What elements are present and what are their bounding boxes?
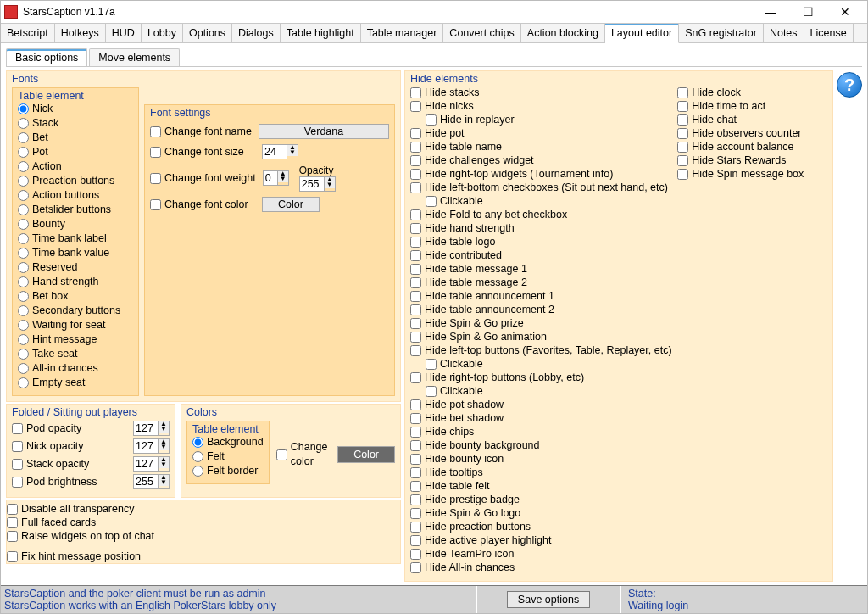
change-font-size-check[interactable]: Change font size <box>150 145 255 159</box>
hide-check-clickable[interactable]: Clickable <box>426 357 672 371</box>
hide-check-hide-all-in-chances[interactable]: Hide All-in chances <box>410 561 672 574</box>
hide-check-hide-tooltips[interactable]: Hide tooltips <box>410 466 672 479</box>
hide-check-hide-chips[interactable]: Hide chips <box>410 425 672 438</box>
hide-check-hide-table-message-1[interactable]: Hide table message 1 <box>410 262 672 276</box>
font-size-spin[interactable]: ▲▼ <box>262 144 298 159</box>
nick-opacity-check[interactable]: Nick opacity <box>12 440 83 452</box>
main-tab-table-manager[interactable]: Table manager <box>361 24 444 42</box>
hide-check-hide-spin-message-box[interactable]: Hide Spin message box <box>677 167 827 181</box>
main-tab-hud[interactable]: HUD <box>106 24 142 42</box>
hide-check-hide-table-felt[interactable]: Hide table felt <box>410 479 672 493</box>
change-font-color-check[interactable]: Change font color <box>150 198 255 212</box>
main-tab-lobby[interactable]: Lobby <box>142 24 183 42</box>
hide-check-hide-spin-go-animation[interactable]: Hide Spin & Go animation <box>410 330 672 343</box>
table-element-radio-action[interactable]: Action <box>18 159 133 174</box>
hide-check-hide-table-name[interactable]: Hide table name <box>410 140 672 154</box>
color-element-radio-felt[interactable]: Felt <box>192 449 264 464</box>
main-tab-license[interactable]: License <box>804 24 854 42</box>
close-button[interactable]: ✕ <box>826 1 864 23</box>
hide-check-hide-preaction-buttons[interactable]: Hide preaction buttons <box>410 520 672 533</box>
nick-opacity-spin[interactable]: ▲▼ <box>133 438 170 454</box>
main-tab-action-blocking[interactable]: Action blocking <box>521 24 605 42</box>
hide-check-hide-in-replayer[interactable]: Hide in replayer <box>426 113 672 126</box>
maximize-button[interactable]: ☐ <box>789 1 826 23</box>
hide-check-hide-observers-counter[interactable]: Hide observers counter <box>677 126 827 140</box>
pod-brightness-check[interactable]: Pod brightness <box>12 476 97 488</box>
hide-check-hide-table-message-2[interactable]: Hide table message 2 <box>410 276 672 289</box>
table-element-radio-bet[interactable]: Bet <box>18 131 133 145</box>
table-element-radio-preaction-buttons[interactable]: Preaction buttons <box>18 174 133 188</box>
hide-check-hide-prestige-badge[interactable]: Hide prestige badge <box>410 493 672 506</box>
color-element-radio-background[interactable]: Background <box>192 435 264 449</box>
main-tab-sng-registrator[interactable]: SnG registrator <box>679 24 764 42</box>
hide-check-hide-spin-go-prize[interactable]: Hide Spin & Go prize <box>410 316 672 330</box>
table-element-radio-time-bank-label[interactable]: Time bank label <box>18 232 133 246</box>
hide-check-hide-chat[interactable]: Hide chat <box>677 113 827 126</box>
main-tab-betscript[interactable]: Betscript <box>1 24 55 42</box>
pod-opacity-check[interactable]: Pod opacity <box>12 422 81 434</box>
main-tab-notes[interactable]: Notes <box>764 24 804 42</box>
change-font-name-check[interactable]: Change font name <box>150 125 252 139</box>
table-element-radio-betslider-buttons[interactable]: Betslider buttons <box>18 203 133 217</box>
main-tab-layout-editor[interactable]: Layout editor <box>605 24 679 43</box>
table-element-radio-all-in-chances[interactable]: All-in chances <box>18 361 133 376</box>
hide-check-hide-table-announcement-2[interactable]: Hide table announcement 2 <box>410 303 672 316</box>
hide-check-hide-challenges-widget[interactable]: Hide challenges widget <box>410 154 672 167</box>
hide-check-clickable[interactable]: Clickable <box>426 194 672 208</box>
hide-check-hide-stars-rewards[interactable]: Hide Stars Rewards <box>677 154 827 167</box>
hide-check-hide-pot-shadow[interactable]: Hide pot shadow <box>410 398 672 411</box>
hide-check-hide-teampro-icon[interactable]: Hide TeamPro icon <box>410 547 672 561</box>
table-element-radio-action-buttons[interactable]: Action buttons <box>18 188 133 203</box>
table-element-radio-secondary-buttons[interactable]: Secondary buttons <box>18 304 133 318</box>
hide-check-hide-right-top-buttons-lobby-etc-[interactable]: Hide right-top buttons (Lobby, etc) <box>410 371 672 384</box>
hide-check-hide-fold-to-any-bet-checkbox[interactable]: Hide Fold to any bet checkbox <box>410 208 672 221</box>
main-tab-table-highlight[interactable]: Table highlight <box>281 24 361 42</box>
hide-check-hide-pot[interactable]: Hide pot <box>410 126 672 140</box>
color-element-radio-felt-border[interactable]: Felt border <box>192 464 264 478</box>
hide-check-hide-clock[interactable]: Hide clock <box>677 86 827 99</box>
table-element-radio-bet-box[interactable]: Bet box <box>18 289 133 304</box>
table-element-radio-nick[interactable]: Nick <box>18 102 133 116</box>
table-element-radio-take-seat[interactable]: Take seat <box>18 347 133 361</box>
table-element-radio-time-bank-value[interactable]: Time bank value <box>18 246 133 260</box>
font-color-button[interactable]: Color <box>262 197 320 212</box>
font-weight-spin[interactable]: ▲▼ <box>263 170 289 186</box>
table-element-radio-reserved[interactable]: Reserved <box>18 260 133 275</box>
table-element-radio-stack[interactable]: Stack <box>18 116 133 131</box>
change-color-check[interactable]: Change color <box>276 448 332 462</box>
raise-widgets-check[interactable]: Raise widgets on top of chat <box>7 529 400 543</box>
main-tab-hotkeys[interactable]: Hotkeys <box>55 24 106 42</box>
pod-brightness-spin[interactable]: ▲▼ <box>133 474 170 489</box>
pod-opacity-spin[interactable]: ▲▼ <box>133 421 170 436</box>
opacity-spin[interactable]: ▲▼ <box>299 176 336 192</box>
save-options-button[interactable]: Save options <box>507 591 590 608</box>
hide-check-hide-bet-shadow[interactable]: Hide bet shadow <box>410 411 672 425</box>
main-tab-options[interactable]: Options <box>183 24 232 42</box>
hide-check-hide-account-balance[interactable]: Hide account balance <box>677 140 827 154</box>
hide-check-hide-spin-go-logo[interactable]: Hide Spin & Go logo <box>410 506 672 520</box>
fix-hint-check[interactable]: Fix hint message position <box>7 550 400 563</box>
hide-check-hide-nicks[interactable]: Hide nicks <box>410 99 672 113</box>
main-tab-dialogs[interactable]: Dialogs <box>232 24 281 42</box>
table-element-radio-waiting-for-seat[interactable]: Waiting for seat <box>18 318 133 332</box>
hide-check-hide-table-logo[interactable]: Hide table logo <box>410 235 672 248</box>
change-font-weight-check[interactable]: Change font weight <box>150 171 256 186</box>
hide-check-clickable[interactable]: Clickable <box>426 384 672 398</box>
table-element-radio-hand-strength[interactable]: Hand strength <box>18 275 133 289</box>
sub-tab-move-elements[interactable]: Move elements <box>89 48 180 66</box>
hide-check-hide-bounty-icon[interactable]: Hide bounty icon <box>410 452 672 466</box>
full-faced-check[interactable]: Full faced cards <box>7 516 400 529</box>
table-element-radio-bounty[interactable]: Bounty <box>18 217 133 232</box>
minimize-button[interactable]: — <box>752 1 789 23</box>
hide-check-hide-bounty-background[interactable]: Hide bounty background <box>410 438 672 452</box>
hide-check-hide-right-top-widgets-tournament-info-[interactable]: Hide right-top widgets (Tournament info) <box>410 167 672 181</box>
font-name-button[interactable]: Verdana <box>259 124 389 139</box>
stack-opacity-check[interactable]: Stack opacity <box>12 458 89 470</box>
change-color-button[interactable]: Color <box>337 446 395 463</box>
hide-check-hide-stacks[interactable]: Hide stacks <box>410 86 672 99</box>
hide-check-hide-contributed[interactable]: Hide contributed <box>410 248 672 262</box>
disable-transparency-check[interactable]: Disable all transparency <box>7 502 400 516</box>
hide-check-hide-table-announcement-1[interactable]: Hide table announcement 1 <box>410 289 672 303</box>
main-tab-convert-chips[interactable]: Convert chips <box>443 24 520 42</box>
hide-check-hide-left-top-buttons-favorites-table-replayer-etc-[interactable]: Hide left-top buttons (Favorites, Table,… <box>410 343 672 357</box>
